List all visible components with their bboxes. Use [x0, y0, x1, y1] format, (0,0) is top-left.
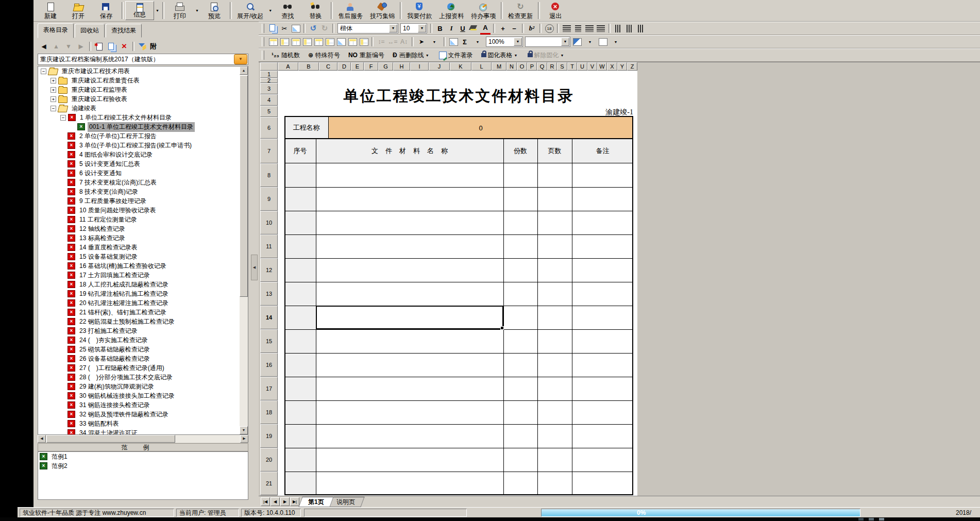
- tree-item[interactable]: 24 ( )夯实施工检查记录: [38, 335, 248, 345]
- paste-icon[interactable]: [291, 23, 301, 33]
- scroll-up-icon[interactable]: ▲: [240, 66, 248, 75]
- align-right-icon[interactable]: [584, 23, 595, 33]
- bold-button[interactable]: B: [435, 23, 445, 33]
- row-header-13[interactable]: 13: [260, 282, 278, 306]
- template-dropdown-button[interactable]: ▼: [234, 54, 247, 64]
- superscript-button[interactable]: b²: [527, 23, 537, 33]
- col-width-icon[interactable]: ↔=: [387, 37, 398, 47]
- column-header-W[interactable]: W: [597, 62, 607, 71]
- tree-item[interactable]: −重庆市建设工程技术用表: [38, 66, 248, 76]
- header-remark[interactable]: 备注: [572, 139, 633, 163]
- tree-item[interactable]: +重庆建设工程质量责任表: [38, 76, 248, 85]
- replace-button[interactable]: 替换: [301, 0, 329, 21]
- merge-cell-icon[interactable]: [336, 37, 346, 47]
- tree-scroll-thumb[interactable]: [240, 75, 248, 297]
- align-left-icon[interactable]: [562, 23, 572, 33]
- tree-item[interactable]: 17 土方回填施工检查记录: [38, 271, 248, 280]
- row-header-8[interactable]: 8: [260, 163, 278, 187]
- tab-search-results[interactable]: 查找结果: [106, 24, 142, 38]
- nav-right-icon[interactable]: ▶: [76, 42, 86, 51]
- tree-item[interactable]: 26 设备基础隐蔽检查记录: [38, 354, 248, 363]
- template-dropdown[interactable]: 重庆建设工程档案编制系统2017（建筑版） ▼: [38, 54, 248, 65]
- column-header-P[interactable]: P: [527, 62, 537, 71]
- tree-item[interactable]: 31 钢筋连接接头检查记录: [38, 400, 248, 410]
- tree-item[interactable]: 7 技术变更核定(洽商)汇总表: [38, 178, 248, 187]
- row-header-15[interactable]: 15: [260, 329, 278, 353]
- column-header-S[interactable]: S: [557, 62, 567, 71]
- border-style-dropdown[interactable]: [609, 37, 622, 47]
- sheet-tab-第1页[interactable]: 第1页: [298, 497, 333, 507]
- next-page-icon[interactable]: ▶: [280, 497, 290, 506]
- delete-row-icon[interactable]: [291, 37, 301, 47]
- row-header-20[interactable]: 20: [260, 448, 278, 472]
- column-header-U[interactable]: U: [577, 62, 587, 71]
- tree-item[interactable]: 9 工程质量事故处理记录: [38, 196, 248, 206]
- exit-button[interactable]: 退出: [542, 0, 569, 21]
- border-color-dropdown[interactable]: [583, 37, 597, 47]
- line-style-select[interactable]: ▼: [525, 37, 570, 47]
- expand-collapse-dropdown-icon[interactable]: [267, 0, 274, 21]
- tree-item[interactable]: −渝建竣表: [38, 104, 248, 113]
- column-header-D[interactable]: D: [337, 62, 351, 71]
- format-painter-icon[interactable]: [448, 37, 459, 47]
- row-header-1[interactable]: 1: [260, 71, 278, 78]
- save-button[interactable]: 保存: [92, 0, 120, 21]
- tree-item[interactable]: +重庆建设工程监理表: [38, 85, 248, 94]
- collapse-icon[interactable]: −: [60, 115, 66, 121]
- new-button[interactable]: 新建: [37, 0, 64, 21]
- scroll-left-icon[interactable]: ◀: [38, 435, 46, 443]
- tree-item[interactable]: 2 单位(子单位)工程开工报告: [38, 131, 248, 141]
- row-height-icon[interactable]: ↕=: [376, 37, 386, 47]
- example-item[interactable]: 范例1: [38, 452, 248, 461]
- tree-horizontal-scrollbar[interactable]: ◀ ▶: [38, 435, 248, 443]
- insert-row-below-icon[interactable]: [279, 37, 290, 47]
- expand-icon[interactable]: +: [50, 87, 56, 93]
- align-center-icon[interactable]: [573, 23, 583, 33]
- column-header-R[interactable]: R: [547, 62, 557, 71]
- project-name-label[interactable]: 工程名称: [284, 117, 328, 139]
- header-pages[interactable]: 页数: [537, 139, 572, 163]
- tree-item[interactable]: 6 设计变更通知: [38, 169, 248, 178]
- tree-item[interactable]: 5 设计变更通知汇总表: [38, 159, 248, 169]
- sidebar-splitter[interactable]: ◀: [249, 22, 259, 507]
- row-header-16[interactable]: 16: [260, 353, 278, 377]
- row-header-17[interactable]: 17: [260, 377, 278, 400]
- copy-form-icon[interactable]: [107, 42, 117, 51]
- header-seq[interactable]: 序号: [284, 139, 316, 163]
- column-header-O[interactable]: O: [517, 62, 527, 71]
- tree-item[interactable]: 8 技术变更(洽商)记录: [38, 187, 248, 196]
- tree-vertical-scrollbar[interactable]: ▲ ▼: [240, 66, 248, 434]
- random-number-button[interactable]: ¹₂₃随机数: [272, 51, 300, 60]
- open-button[interactable]: 打开: [64, 0, 92, 21]
- border-style-icon[interactable]: [598, 37, 608, 47]
- font-name-select[interactable]: 楷体 ▼: [337, 23, 398, 33]
- chevron-down-icon[interactable]: ▼: [514, 38, 522, 46]
- tree-item[interactable]: 32 钢筋及预埋铁件隐蔽检查记录: [38, 410, 248, 419]
- tree-item[interactable]: +重庆建设工程验收表: [38, 94, 248, 104]
- tree-item[interactable]: 4 图纸会审和设计交底记录: [38, 150, 248, 159]
- row-header-10[interactable]: 10: [260, 211, 278, 234]
- collapse-icon[interactable]: −: [50, 106, 56, 111]
- tree-item[interactable]: 12 轴线检查记录: [38, 224, 248, 233]
- print-button[interactable]: 打印: [166, 0, 194, 21]
- tree-item[interactable]: 3 单位(子单位)工程竣工报告(竣工申请书): [38, 141, 248, 150]
- tree-item[interactable]: 22 钢筋混凝土预制桩施工检查记录: [38, 317, 248, 326]
- nav-down-icon[interactable]: ▼: [63, 42, 74, 51]
- decrease-button[interactable]: −: [509, 23, 519, 33]
- delete-form-icon[interactable]: [119, 42, 129, 51]
- column-header-L[interactable]: L: [471, 62, 492, 71]
- header-material-name[interactable]: 文件材料名称: [316, 139, 503, 163]
- first-page-icon[interactable]: |◀: [261, 497, 270, 506]
- toolbar-grip[interactable]: [262, 51, 264, 60]
- after-sales-button[interactable]: 售后服务: [334, 0, 366, 21]
- select-cursor-icon[interactable]: ➤: [416, 37, 427, 47]
- sum-button[interactable]: Σ: [460, 37, 470, 47]
- select-all-corner[interactable]: [260, 62, 278, 71]
- upload-button[interactable]: 上报资料: [435, 0, 467, 21]
- column-header-K[interactable]: K: [450, 62, 471, 71]
- filter-icon[interactable]: [138, 42, 148, 51]
- italic-button[interactable]: I: [446, 23, 457, 33]
- row-header-3[interactable]: 3: [260, 83, 278, 94]
- collapse-sidebar-icon[interactable]: ◀: [251, 255, 258, 280]
- active-cell-selection[interactable]: [316, 306, 503, 329]
